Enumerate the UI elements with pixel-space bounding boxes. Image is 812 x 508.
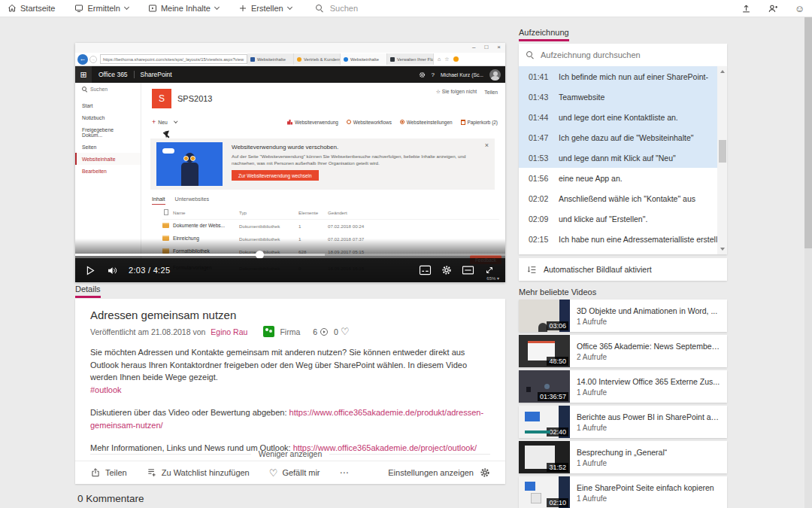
video-office365-bar: ⊞ Office 365 SharePoint ? Michael Kurz (… (75, 66, 505, 83)
sp-cmd-websiteeinstellungen: Websiteeinstellungen (400, 120, 453, 125)
sp-new-button: + Neu (152, 119, 177, 126)
video-thumbnail: 03:06 (519, 300, 570, 332)
author-link[interactable]: Egino Rau (211, 327, 247, 336)
browser-home-icon: ⌂ (438, 56, 441, 62)
fullscreen-icon[interactable] (484, 265, 495, 275)
table-row: Dokumente der Webs... (173, 223, 225, 228)
like-button[interactable]: ♡ Gefällt mir (269, 468, 320, 478)
play-button[interactable] (84, 265, 95, 276)
tab-favicon (344, 57, 348, 62)
transcript-line[interactable]: 01:41Ich befinde mich nun auf einer Shar… (519, 66, 727, 87)
duration-badge: 02:10 (547, 498, 568, 507)
related-video[interactable]: 02:40 Berichte aus Power BI in SharePoin… (519, 406, 727, 438)
sp-content-tabs: Inhalt Unterwebsites (152, 196, 209, 205)
nav-my-content-label: Meine Inhalte (161, 4, 211, 13)
maximize-icon: □ (484, 44, 488, 50)
transcript-search[interactable] (519, 44, 727, 66)
transcript-search-input[interactable] (539, 50, 720, 60)
workflow-icon (347, 120, 351, 124)
autoscroll-toggle[interactable]: Automatischer Bildlauf aktiviert (519, 258, 727, 281)
browser-tab-active: Websiteinhalte (341, 53, 387, 65)
duration-badge: 48:50 (547, 357, 568, 366)
hashtag-link[interactable]: #outlook (90, 385, 122, 394)
show-less-button[interactable]: Weniger anzeigen (90, 449, 490, 458)
related-video[interactable]: 01:36:57 14.00 Interview Office 365 Exte… (519, 370, 727, 403)
global-search-input[interactable] (329, 3, 419, 14)
office365-brand: Office 365 (98, 71, 128, 78)
banner-title: Websiteverwendung wurde verschoben. (232, 144, 338, 151)
invite-person-icon[interactable] (768, 4, 778, 14)
transcript-line[interactable]: 02:15Ich habe nun eine Adressematerialli… (519, 229, 727, 249)
seek-bar[interactable] (75, 254, 505, 256)
duration-badge: 01:36:57 (538, 392, 568, 401)
sp-cmd-websiteverwendung: Websiteverwendung (287, 120, 338, 125)
video-player[interactable]: – □ × ← → https://bethoma.sharepoint.com… (75, 43, 505, 282)
details-tab[interactable]: Details (75, 284, 101, 298)
transcript-scrollbar[interactable] (717, 66, 727, 254)
sharepoint-brand: SharePoint (141, 71, 172, 78)
more-actions-button[interactable]: ⋯ (340, 467, 350, 478)
window-controls: – □ × (472, 44, 501, 50)
page-scrollbar[interactable] (804, 0, 812, 508)
transcript-line[interactable]: 02:02Anschließend wähle ich "Kontakte" a… (519, 188, 727, 208)
sp-nav-websiteinhalte: Websiteinhalte (75, 153, 141, 165)
transcript-line[interactable]: 01:47Ich gehe dazu auf die "Websiteinhal… (519, 127, 727, 148)
scrollbar-thumb[interactable] (719, 140, 726, 163)
search-icon (316, 5, 323, 12)
related-video[interactable]: 03:06 3D Objekte und Animationen in Word… (519, 300, 727, 332)
transcript-tab[interactable]: Aufzeichnung (519, 28, 727, 41)
chevron-down-icon (124, 5, 129, 10)
gear-icon (400, 120, 404, 124)
chevron-down-icon (174, 119, 177, 123)
chart-icon (287, 120, 292, 125)
scrollbar-thumb[interactable] (804, 0, 812, 248)
nav-create[interactable]: Erstellen (238, 4, 292, 13)
related-video[interactable]: 48:50 Office 365 Akademie: News Septembe… (519, 335, 727, 367)
comments-heading: 0 Kommentare (77, 493, 144, 504)
related-video[interactable]: 02:10 Eine SharePoint Seite einfach kopi… (519, 476, 727, 508)
feedback-smiley-icon[interactable]: ☺ (795, 4, 804, 14)
related-video[interactable]: 31:52 Besprechung in „General“1 Aufrufe (519, 441, 727, 473)
banner-body: Auf der Seite "Websiteverwendung" können… (232, 153, 475, 167)
discuss-paragraph: Diskutieren über das Video oder Bewertun… (90, 406, 490, 431)
transcript-line[interactable]: 01:43Teamwebsite (519, 87, 727, 107)
gear-icon[interactable] (441, 265, 452, 275)
transcript-line[interactable]: 01:56eine neue App an. (519, 168, 727, 188)
trash-icon (461, 120, 465, 125)
search-icon (82, 87, 87, 92)
browser-tab: Websiteinhalte (247, 53, 294, 65)
sp-nav-bearbeiten: Bearbeiten (75, 165, 141, 177)
details-action-bar: Teilen Zu Watchlist hinzufügen ♡ Gefällt… (75, 461, 505, 484)
site-title: SPS2013 (177, 94, 212, 103)
sp-nav-seiten: Seiten (75, 141, 141, 153)
sp-nav-dokumente: Freigegebene Dokum... (75, 123, 141, 141)
nav-home[interactable]: Startseite (8, 4, 55, 13)
volume-icon[interactable] (106, 265, 118, 276)
nav-discover[interactable]: Ermitteln (74, 4, 128, 13)
top-nav-right: ☺ (741, 4, 804, 14)
sp-nav-notizbuch: Notizbuch (75, 111, 141, 123)
transcript-line[interactable]: 02:09und klicke auf "Erstellen". (519, 208, 727, 229)
sp-notification-banner: Websiteverwendung wurde verschoben. Auf … (150, 138, 495, 190)
share-button[interactable]: Teilen (90, 467, 127, 478)
player-controls: 2:03 / 4:25 (75, 258, 505, 282)
theater-mode-icon[interactable] (462, 265, 474, 275)
upload-icon[interactable] (741, 4, 751, 14)
show-settings-button[interactable]: Einstellungen anzeigen (388, 467, 490, 478)
transcript-line[interactable]: 01:53und lege dann mit Klick auf "Neu" (519, 148, 727, 168)
banner-button: Zur Websiteverwendung wechseln (232, 170, 319, 181)
watchlist-button[interactable]: Zu Watchlist hinzufügen (147, 467, 250, 478)
video-thumbnail: 02:40 (519, 406, 570, 438)
scroll-up-icon[interactable] (720, 70, 725, 73)
nav-my-content[interactable]: Meine Inhalte (148, 4, 219, 13)
video-icon (148, 4, 157, 13)
visibility-label: Firma (280, 327, 300, 336)
captions-icon[interactable] (419, 265, 432, 275)
plus-icon: + (152, 119, 156, 126)
transcript-list: 01:41Ich befinde mich nun auf einer Shar… (519, 66, 727, 254)
tab-favicon (250, 57, 255, 62)
sp-tab-unterwebsites: Unterwebsites (175, 196, 210, 205)
scroll-down-icon[interactable] (720, 248, 725, 251)
transcript-line[interactable]: 01:44und lege dort eine Kontaktliste an. (519, 107, 727, 127)
global-search[interactable] (316, 3, 419, 14)
